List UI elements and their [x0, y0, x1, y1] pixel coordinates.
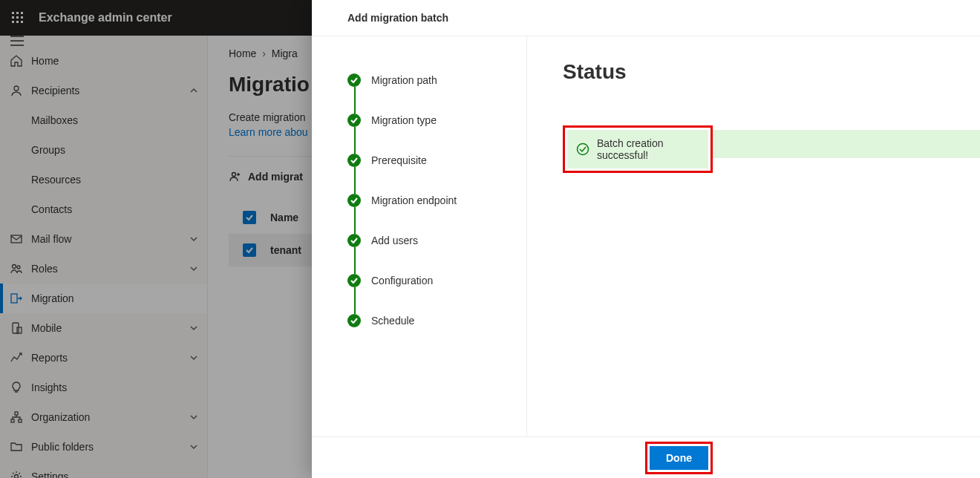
- waffle-icon: [12, 12, 24, 24]
- svg-point-23: [232, 173, 236, 177]
- org-icon: [9, 410, 24, 425]
- lightbulb-icon: [9, 380, 24, 395]
- step-label: Schedule: [371, 315, 414, 327]
- svg-rect-13: [11, 235, 22, 243]
- home-icon: [9, 53, 24, 68]
- step-schedule: Schedule: [347, 301, 509, 341]
- sidebar-item-insights[interactable]: Insights: [0, 373, 207, 402]
- add-migration-batch-panel: Add migration batch Migration path Migra…: [312, 0, 980, 478]
- sidebar-item-label: Mailboxes: [31, 114, 198, 126]
- sidebar-item-label: Mobile: [31, 322, 189, 334]
- svg-point-22: [15, 475, 19, 479]
- svg-point-14: [13, 265, 16, 269]
- step-add-users: Add users: [347, 220, 509, 261]
- sidebar-item-label: Groups: [31, 144, 198, 156]
- check-icon: [347, 314, 361, 327]
- step-label: Migration type: [371, 114, 437, 126]
- success-banner-extension: [713, 130, 980, 158]
- people-add-icon: [229, 170, 242, 183]
- status-heading: Status: [563, 60, 980, 84]
- sidebar-item-mailboxes[interactable]: Mailboxes: [0, 105, 207, 135]
- breadcrumb-separator: ›: [262, 48, 266, 59]
- step-label: Prerequisite: [371, 154, 427, 166]
- app-title: Exchange admin center: [39, 11, 172, 24]
- breadcrumb-root[interactable]: Home: [229, 48, 256, 59]
- sidebar-item-mobile[interactable]: Mobile: [0, 313, 207, 343]
- step-label: Add users: [371, 235, 418, 246]
- sidebar-item-recipients[interactable]: Recipients: [0, 76, 207, 105]
- svg-point-24: [578, 144, 589, 155]
- folder-icon: [9, 439, 24, 454]
- done-button[interactable]: Done: [650, 446, 708, 470]
- svg-rect-5: [21, 16, 23, 19]
- step-configuration: Configuration: [347, 261, 509, 301]
- chevron-down-icon: [189, 353, 198, 362]
- svg-rect-0: [12, 12, 14, 14]
- svg-point-15: [17, 266, 20, 269]
- breadcrumb-current: Migra: [272, 48, 298, 59]
- reports-icon: [9, 350, 24, 365]
- app-launcher-icon[interactable]: [6, 6, 30, 30]
- sidebar-item-contacts[interactable]: Contacts: [0, 194, 207, 224]
- sidebar-item-organization[interactable]: Organization: [0, 402, 207, 432]
- sidebar-item-label: Settings: [31, 471, 198, 478]
- sidebar-item-label: Reports: [31, 352, 189, 364]
- wizard-steps: Migration path Migration type Prerequisi…: [312, 36, 527, 436]
- panel-title: Add migration batch: [312, 0, 980, 36]
- svg-rect-1: [16, 12, 19, 14]
- check-icon: [347, 114, 361, 127]
- success-check-icon: [576, 143, 589, 156]
- panel-content: Status Batch creation successful!: [527, 36, 980, 436]
- sidebar-item-reports[interactable]: Reports: [0, 343, 207, 373]
- svg-rect-6: [12, 21, 14, 23]
- highlight-annotation: Batch creation successful!: [563, 125, 713, 173]
- sidebar-item-label: Contacts: [31, 203, 198, 215]
- svg-rect-7: [16, 21, 19, 23]
- panel-footer: Done: [312, 436, 980, 478]
- sidebar-item-groups[interactable]: Groups: [0, 135, 207, 165]
- highlight-annotation: Done: [645, 442, 713, 474]
- sidebar-item-roles[interactable]: Roles: [0, 254, 207, 284]
- sidebar-item-label: Insights: [31, 382, 198, 393]
- sidebar-item-resources[interactable]: Resources: [0, 165, 207, 194]
- sidebar-item-label: Organization: [31, 411, 189, 423]
- svg-rect-18: [17, 327, 22, 333]
- step-migration-type: Migration type: [347, 100, 509, 140]
- sidebar-item-label: Home: [31, 55, 198, 67]
- add-migration-batch-button[interactable]: Add migrat: [229, 170, 303, 183]
- sidebar: Home Recipients Mailboxes Groups Resourc…: [0, 36, 208, 478]
- svg-rect-2: [21, 12, 23, 14]
- check-icon: [347, 73, 361, 87]
- sidebar-item-home[interactable]: Home: [0, 46, 207, 76]
- step-label: Configuration: [371, 275, 433, 287]
- sidebar-item-label: Public folders: [31, 441, 189, 453]
- svg-rect-16: [11, 294, 17, 303]
- chevron-up-icon: [189, 86, 198, 95]
- svg-point-12: [14, 86, 19, 91]
- nav-toggle[interactable]: [0, 36, 207, 46]
- chevron-down-icon: [189, 324, 198, 333]
- chevron-down-icon: [189, 235, 198, 243]
- roles-icon: [9, 261, 24, 276]
- gear-icon: [9, 469, 24, 478]
- check-icon: [347, 194, 361, 207]
- check-icon: [347, 234, 361, 247]
- svg-rect-3: [12, 16, 14, 19]
- svg-rect-4: [16, 16, 19, 19]
- select-all-checkbox[interactable]: [243, 211, 256, 224]
- sidebar-item-label: Resources: [31, 174, 198, 186]
- hamburger-icon: [10, 36, 24, 46]
- success-banner: Batch creation successful!: [567, 130, 708, 168]
- chevron-down-icon: [189, 442, 198, 451]
- row-checkbox[interactable]: [243, 243, 256, 257]
- sidebar-item-settings[interactable]: Settings: [0, 462, 207, 478]
- sidebar-item-mailflow[interactable]: Mail flow: [0, 224, 207, 254]
- step-migration-endpoint: Migration endpoint: [347, 180, 509, 220]
- svg-rect-21: [19, 419, 22, 422]
- sidebar-item-label: Roles: [31, 263, 189, 275]
- sidebar-item-migration[interactable]: Migration: [0, 284, 207, 313]
- migration-icon: [9, 291, 24, 306]
- sidebar-item-publicfolders[interactable]: Public folders: [0, 432, 207, 462]
- sidebar-item-label: Recipients: [31, 85, 189, 96]
- check-icon: [347, 154, 361, 167]
